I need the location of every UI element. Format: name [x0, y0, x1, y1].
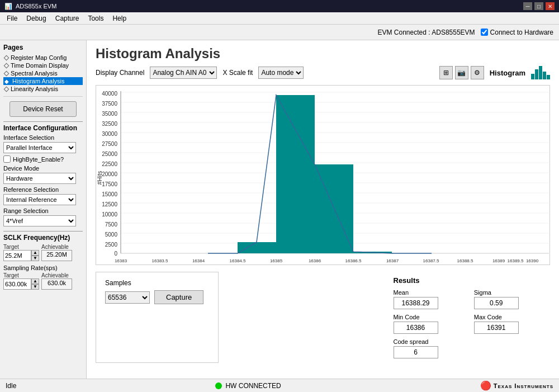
svg-text:25000: 25000: [102, 151, 117, 157]
sampling-target-input[interactable]: [3, 278, 31, 290]
menu-tools[interactable]: Tools: [83, 13, 108, 23]
diamond-icon: [4, 55, 10, 60]
svg-text:0: 0: [114, 251, 117, 257]
histogram-label: Histogram: [490, 69, 525, 77]
sampling-achievable-value: 630.0k: [41, 278, 72, 290]
range-selection-label: Range Selection: [3, 207, 83, 214]
device-mode-label: Device Mode: [3, 165, 83, 172]
sidebar: Pages Register Map Config Time Domain Di…: [0, 40, 87, 379]
svg-text:7500: 7500: [105, 221, 118, 228]
range-selection-dropdown[interactable]: 4*Vref: [3, 215, 76, 226]
svg-text:16388.5: 16388.5: [457, 258, 473, 263]
svg-text:16387: 16387: [386, 258, 399, 263]
svg-text:17500: 17500: [102, 181, 117, 187]
maxcode-result: Max Code 16391: [474, 314, 543, 334]
display-channel-label: Display Channel: [96, 69, 144, 77]
samples-dropdown[interactable]: 65536: [105, 291, 150, 304]
ti-logo-text: Texas Instruments: [494, 382, 553, 389]
bar-16386: [238, 242, 276, 253]
sclk-up-button[interactable]: ▲: [31, 250, 39, 256]
mincode-result: Min Code 16386: [394, 314, 463, 334]
maxcode-label: Max Code: [474, 314, 543, 320]
svg-text:35000: 35000: [102, 111, 117, 117]
toolbar-icon-settings[interactable]: ⚙: [471, 66, 484, 79]
status-bar: Idle HW CONNECTED 🔴 Texas Instruments: [0, 379, 559, 392]
menu-debug[interactable]: Debug: [22, 13, 50, 23]
reference-selection-label: Reference Selection: [3, 186, 83, 193]
svg-text:16383: 16383: [115, 258, 127, 263]
capture-panel: Samples 65536 Capture: [96, 272, 219, 363]
menu-capture[interactable]: Capture: [51, 13, 84, 23]
sidebar-item-spectral[interactable]: Spectral Analysis: [3, 69, 83, 77]
mean-label: Mean: [394, 289, 463, 296]
interface-config-title: Interface Configuration: [3, 121, 83, 132]
menu-bar: File Debug Capture Tools Help: [0, 12, 559, 25]
sigma-label: Sigma: [474, 289, 543, 296]
svg-text:16385: 16385: [270, 258, 283, 263]
results-grid: Mean 16388.29 Sigma 0.59 Min Code 16386 …: [394, 289, 544, 358]
menu-file[interactable]: File: [2, 13, 22, 23]
display-channel-dropdown[interactable]: Analog Ch AIN A0: [150, 67, 217, 79]
sampling-up-button[interactable]: ▲: [31, 278, 39, 284]
results-title: Results: [394, 276, 544, 285]
sidebar-item-linearity[interactable]: Linearity Analysis: [3, 85, 83, 93]
sampling-down-button[interactable]: ▼: [31, 284, 39, 290]
ti-logo: 🔴 Texas Instruments: [480, 380, 553, 391]
sclk-target-input[interactable]: [3, 250, 31, 261]
svg-text:16386.5: 16386.5: [345, 258, 362, 263]
svg-text:16390: 16390: [526, 258, 539, 263]
main-layout: Pages Register Map Config Time Domain Di…: [0, 40, 559, 379]
svg-text:16384.5: 16384.5: [230, 258, 246, 263]
sidebar-divider: [3, 96, 83, 97]
sigma-value: 0.59: [474, 297, 519, 309]
codespread-result: Code spread 6: [394, 338, 463, 358]
connect-hw-checkbox[interactable]: [481, 29, 488, 36]
highbyte-checkbox[interactable]: [3, 155, 11, 163]
reference-selection-dropdown[interactable]: Internal Reference: [3, 194, 76, 205]
close-button[interactable]: ✕: [546, 2, 555, 10]
sampling-rate-title: Sampling Rate(sps): [3, 265, 83, 271]
menu-help[interactable]: Help: [108, 13, 131, 23]
svg-text:#Hits: #Hits: [96, 171, 103, 185]
device-mode-dropdown[interactable]: Hardware: [3, 173, 76, 184]
maximize-button[interactable]: □: [534, 2, 543, 10]
app-title: ADS855x EVM: [16, 3, 56, 10]
sidebar-item-time-domain[interactable]: Time Domain Display: [3, 62, 83, 69]
minimize-button[interactable]: ─: [523, 2, 532, 10]
sigma-result: Sigma 0.59: [474, 289, 543, 309]
samples-label: Samples: [105, 279, 209, 287]
sidebar-item-label: Linearity Analysis: [11, 86, 58, 92]
sidebar-item-register-map[interactable]: Register Map Config: [3, 54, 83, 62]
toolbar-icons: ⊞ 📷 ⚙: [439, 66, 484, 79]
device-reset-button[interactable]: Device Reset: [10, 101, 77, 117]
toolbar-icon-camera[interactable]: 📷: [455, 66, 468, 79]
sclk-achievable-label: Achievable: [41, 244, 72, 250]
bottom-panels: Samples 65536 Capture Results Mean 16: [96, 272, 550, 363]
ti-logo-icon: 🔴: [480, 380, 491, 391]
chart-svg: 40000 37500 35000 32500 30000 27500 2500…: [96, 86, 555, 265]
spacer: [228, 272, 378, 363]
sidebar-item-histogram[interactable]: ◆ Histogram Analysis: [3, 77, 83, 85]
sidebar-item-label: Spectral Analysis: [11, 70, 58, 77]
toolbar-icon-grid[interactable]: ⊞: [439, 66, 453, 79]
mean-result: Mean 16388.29: [394, 289, 463, 309]
codespread-value: 6: [394, 346, 438, 358]
pages-title: Pages: [3, 44, 83, 51]
xscale-dropdown[interactable]: Auto mode: [258, 67, 304, 79]
sclk-down-button[interactable]: ▼: [31, 256, 39, 261]
svg-text:27500: 27500: [102, 141, 117, 147]
svg-text:12500: 12500: [102, 201, 117, 207]
svg-text:16389: 16389: [492, 258, 505, 263]
capture-button[interactable]: Capture: [154, 290, 203, 304]
connect-hw-label: Connect to Hardware: [490, 29, 553, 36]
status-top: EVM Connected : ADS8555EVM Connect to Ha…: [0, 25, 559, 40]
codespread-label: Code spread: [394, 338, 463, 345]
highbyte-label: HighByte_Enable?: [13, 156, 64, 163]
app-icon: 📊: [4, 3, 12, 10]
interface-selection-dropdown[interactable]: Parallel Interface: [3, 142, 76, 153]
interface-selection-label: Interface Selection: [3, 134, 83, 141]
main-content: Histogram Analysis Display Channel Analo…: [87, 40, 559, 379]
sidebar-item-label: Histogram Analysis: [12, 78, 65, 84]
idle-text: Idle: [6, 382, 16, 390]
xscale-label: X Scale fit: [222, 69, 253, 77]
